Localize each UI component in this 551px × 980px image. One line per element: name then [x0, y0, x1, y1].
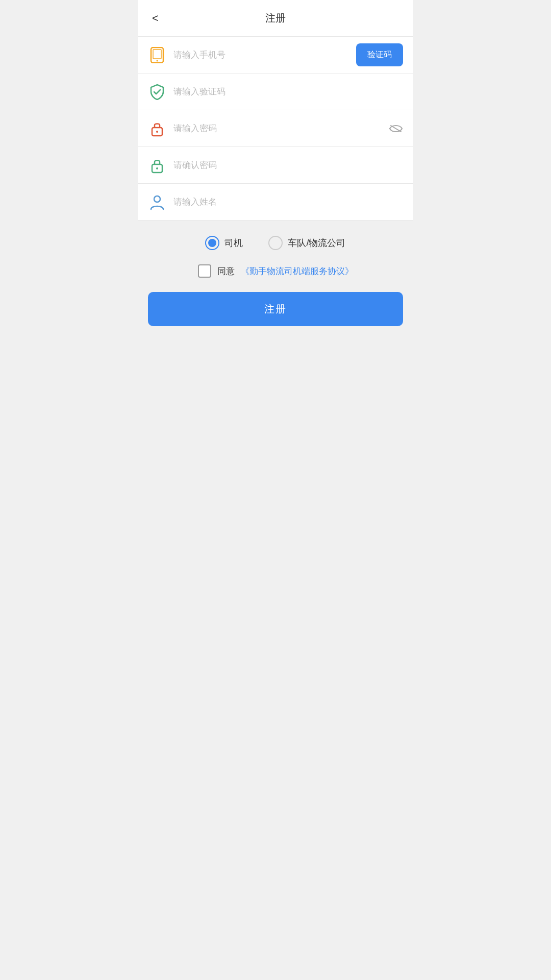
password-input[interactable] [173, 124, 403, 134]
page-title: 注册 [265, 11, 286, 25]
verify-code-row [138, 74, 413, 110]
phone-input[interactable] [173, 50, 356, 60]
driver-radio-option[interactable]: 司机 [205, 236, 243, 250]
fleet-radio-option[interactable]: 车队/物流公司 [268, 236, 345, 250]
svg-point-4 [156, 131, 158, 133]
phone-icon [148, 46, 166, 64]
verify-code-button[interactable]: 验证码 [356, 43, 403, 66]
role-radio-row: 司机 车队/物流公司 [148, 236, 403, 250]
person-icon [148, 193, 166, 211]
confirm-password-row [138, 147, 413, 184]
agree-text: 同意 [217, 265, 235, 277]
svg-rect-1 [153, 50, 161, 59]
fleet-radio-circle[interactable] [268, 236, 283, 250]
confirm-password-input[interactable] [173, 160, 403, 170]
agree-checkbox[interactable] [198, 264, 211, 278]
form-section: 验证码 [138, 37, 413, 220]
name-input[interactable] [173, 197, 403, 207]
phone-row: 验证码 [138, 37, 413, 74]
shield-check-icon [148, 83, 166, 101]
name-row [138, 184, 413, 220]
eye-closed-icon[interactable] [389, 124, 403, 134]
register-button[interactable]: 注册 [148, 292, 403, 326]
lock-confirm-icon [148, 156, 166, 175]
header: < 注册 [138, 0, 413, 37]
password-row [138, 110, 413, 147]
fleet-radio-label: 车队/物流公司 [288, 237, 345, 249]
back-button[interactable]: < [148, 10, 163, 27]
agree-row: 同意 《勤手物流司机端服务协议》 [148, 264, 403, 278]
service-agreement-link[interactable]: 《勤手物流司机端服务协议》 [241, 265, 354, 277]
verify-code-input[interactable] [173, 87, 403, 97]
lock-icon [148, 119, 166, 138]
svg-point-2 [157, 60, 158, 61]
options-section: 司机 车队/物流公司 同意 《勤手物流司机端服务协议》 注册 [138, 220, 413, 336]
svg-point-8 [154, 196, 160, 202]
driver-radio-circle[interactable] [205, 236, 219, 250]
svg-point-7 [156, 167, 158, 169]
driver-radio-label: 司机 [224, 237, 243, 249]
